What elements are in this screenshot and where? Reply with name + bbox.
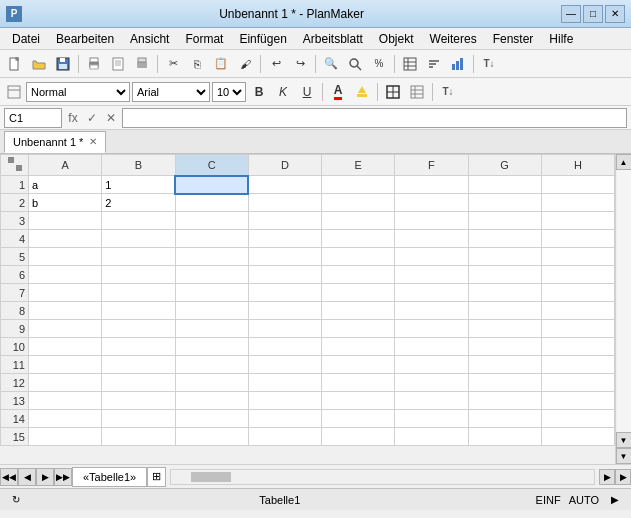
cell-A1[interactable]: a xyxy=(29,176,102,194)
cell-C6[interactable] xyxy=(175,266,248,284)
cell-H10[interactable] xyxy=(541,338,614,356)
cell-D3[interactable] xyxy=(248,212,321,230)
cell-G6[interactable] xyxy=(468,266,541,284)
row-header-12[interactable]: 12 xyxy=(1,374,29,392)
cell-F12[interactable] xyxy=(395,374,468,392)
save-button[interactable] xyxy=(52,53,74,75)
cell-F5[interactable] xyxy=(395,248,468,266)
scroll-right-button-2[interactable]: ▶ xyxy=(615,469,631,485)
cell-E5[interactable] xyxy=(322,248,395,266)
cell-A15[interactable] xyxy=(29,428,102,446)
cell-B14[interactable] xyxy=(102,410,175,428)
cell-D1[interactable] xyxy=(248,176,321,194)
cell-A9[interactable] xyxy=(29,320,102,338)
cell-G3[interactable] xyxy=(468,212,541,230)
scroll-right-button[interactable]: ▶ xyxy=(599,469,615,485)
cell-F15[interactable] xyxy=(395,428,468,446)
menu-ansicht[interactable]: Ansicht xyxy=(122,30,177,48)
col-header-h[interactable]: H xyxy=(541,155,614,176)
row-header-3[interactable]: 3 xyxy=(1,212,29,230)
cell-G11[interactable] xyxy=(468,356,541,374)
row-header-14[interactable]: 14 xyxy=(1,410,29,428)
row-header-10[interactable]: 10 xyxy=(1,338,29,356)
cell-B7[interactable] xyxy=(102,284,175,302)
percent-button[interactable]: % xyxy=(368,53,390,75)
cell-E12[interactable] xyxy=(322,374,395,392)
cell-D5[interactable] xyxy=(248,248,321,266)
cell-D12[interactable] xyxy=(248,374,321,392)
cell-C14[interactable] xyxy=(175,410,248,428)
cell-C7[interactable] xyxy=(175,284,248,302)
style-select[interactable]: Normal xyxy=(26,82,130,102)
preview-button[interactable] xyxy=(107,53,129,75)
menu-datei[interactable]: Datei xyxy=(4,30,48,48)
cell-D4[interactable] xyxy=(248,230,321,248)
row-header-1[interactable]: 1 xyxy=(1,176,29,194)
cell-F1[interactable] xyxy=(395,176,468,194)
row-header-9[interactable]: 9 xyxy=(1,320,29,338)
table-button[interactable] xyxy=(399,53,421,75)
cell-E13[interactable] xyxy=(322,392,395,410)
cell-E14[interactable] xyxy=(322,410,395,428)
font-color-button[interactable]: A xyxy=(327,81,349,103)
menu-format[interactable]: Format xyxy=(177,30,231,48)
col-header-e[interactable]: E xyxy=(322,155,395,176)
copy-button[interactable]: ⎘ xyxy=(186,53,208,75)
cell-H3[interactable] xyxy=(541,212,614,230)
close-button[interactable]: ✕ xyxy=(605,5,625,23)
redo-button[interactable]: ↪ xyxy=(289,53,311,75)
cell-G9[interactable] xyxy=(468,320,541,338)
cell-G8[interactable] xyxy=(468,302,541,320)
cell-D14[interactable] xyxy=(248,410,321,428)
cell-B6[interactable] xyxy=(102,266,175,284)
cell-B12[interactable] xyxy=(102,374,175,392)
cell-C10[interactable] xyxy=(175,338,248,356)
cell-C15[interactable] xyxy=(175,428,248,446)
cell-B5[interactable] xyxy=(102,248,175,266)
cell-E2[interactable] xyxy=(322,194,395,212)
cell-B13[interactable] xyxy=(102,392,175,410)
cell-B10[interactable] xyxy=(102,338,175,356)
cell-H1[interactable] xyxy=(541,176,614,194)
row-header-7[interactable]: 7 xyxy=(1,284,29,302)
menu-bearbeiten[interactable]: Bearbeiten xyxy=(48,30,122,48)
cell-D15[interactable] xyxy=(248,428,321,446)
cell-B4[interactable] xyxy=(102,230,175,248)
cell-A4[interactable] xyxy=(29,230,102,248)
cell-F13[interactable] xyxy=(395,392,468,410)
cell-G2[interactable] xyxy=(468,194,541,212)
col-header-d[interactable]: D xyxy=(248,155,321,176)
cell-C3[interactable] xyxy=(175,212,248,230)
sheet-tab-active[interactable]: «Tabelle1» xyxy=(72,467,147,487)
tab-close-button[interactable]: ✕ xyxy=(89,136,97,147)
cell-B3[interactable] xyxy=(102,212,175,230)
new-button[interactable] xyxy=(4,53,26,75)
cell-H8[interactable] xyxy=(541,302,614,320)
cell-F3[interactable] xyxy=(395,212,468,230)
refresh-icon[interactable]: ↻ xyxy=(8,492,24,508)
menu-hilfe[interactable]: Hilfe xyxy=(541,30,581,48)
menu-objekt[interactable]: Objekt xyxy=(371,30,422,48)
cell-D8[interactable] xyxy=(248,302,321,320)
cell-E9[interactable] xyxy=(322,320,395,338)
sort-button[interactable] xyxy=(423,53,445,75)
menu-weiteres[interactable]: Weiteres xyxy=(422,30,485,48)
cell-C13[interactable] xyxy=(175,392,248,410)
cell-F9[interactable] xyxy=(395,320,468,338)
sheet-nav-first[interactable]: ◀◀ xyxy=(0,468,18,486)
scroll-track[interactable] xyxy=(617,170,631,432)
cell-E11[interactable] xyxy=(322,356,395,374)
cell-C1[interactable] xyxy=(175,176,248,194)
font-select[interactable]: Arial xyxy=(132,82,210,102)
scroll-up-button[interactable]: ▲ xyxy=(616,154,632,170)
extra-button[interactable]: T↓ xyxy=(478,53,500,75)
spreadsheet-scroll[interactable]: A B C D E F G H 1a12b2345678910111213141… xyxy=(0,154,615,464)
row-header-2[interactable]: 2 xyxy=(1,194,29,212)
cell-H15[interactable] xyxy=(541,428,614,446)
cell-B15[interactable] xyxy=(102,428,175,446)
cell-C4[interactable] xyxy=(175,230,248,248)
size-select[interactable]: 10 xyxy=(212,82,246,102)
cell-C9[interactable] xyxy=(175,320,248,338)
cell-A13[interactable] xyxy=(29,392,102,410)
cell-F6[interactable] xyxy=(395,266,468,284)
